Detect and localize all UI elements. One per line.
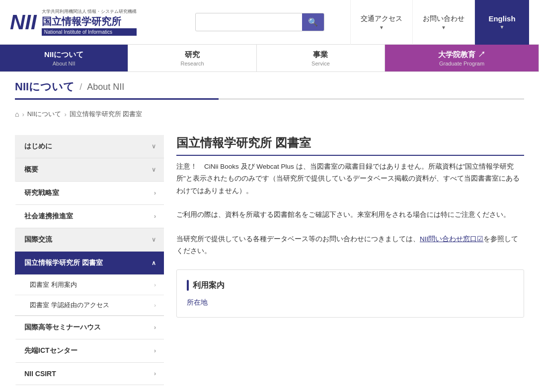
search-box: 🔍 [195,13,324,31]
sidebar-sub-riyouannai[interactable]: 図書室 利用案内 › [15,275,164,295]
nav-service-jp: 事業 [313,50,328,60]
contact-chevron-icon: ▼ [441,25,446,30]
sidebar-sub-riyouannai-label: 図書室 利用案内 [30,280,77,289]
logo-text: 大学共同利用機関法人 情報・システム研究機構 国立情報学研究所 National… [42,8,137,36]
nav-graduate-jp: 大学院教育 ↗ [438,50,485,60]
content-title: 国立情報学研究所 図書室 [176,135,524,156]
sidebar-sub-chevron-0: › [154,282,156,288]
sidebar-item-gaiyou[interactable]: 概要 ∨ [15,158,164,182]
breadcrumb-section: NIIについて / About NII ⌂ › NIIについて › 国立情報学研… [0,72,539,125]
home-icon[interactable]: ⌂ [15,110,19,118]
sidebar-chevron-7: › [154,347,156,354]
sidebar-item-hajimeni-label: はじめに [24,142,52,151]
sidebar-item-kokusai[interactable]: 国際交流 ∨ [15,228,164,252]
contact-label: お問い合わせ [423,14,464,23]
content-body: 注意！ CiNii Books 及び Webcat Plus は、当図書室の蔵書… [176,161,524,257]
logo-name-en: National Institute of Informatics [42,28,137,36]
nav-right: 交通アクセス ▼ お問い合わせ ▼ English ▼ [350,0,529,45]
nav-research-en: Research [181,61,204,66]
sidebar-sub-chevron-1: › [154,302,156,308]
sidebar-chevron-6: › [154,324,156,331]
page-title-row: NIIについて / About NII [15,79,524,94]
sidebar-chevron-5: ∧ [152,260,156,266]
page-title-sep: / [79,82,82,92]
nav-service-en: Service [311,61,330,66]
info-box-title: 利用案内 [187,280,514,291]
nii-logo: NII [10,12,37,33]
nav-research-jp: 研究 [185,50,200,60]
main-nav: NIIについて About NII 研究 Research 事業 Service… [0,45,539,72]
content-area: はじめに ∨ 概要 ∨ 研究戦略室 › 社会連携推進室 › 国際交流 ∨ 国立情… [0,125,539,392]
content-para-2: ご利用の際は、資料を所蔵する図書館名をご確認下さい。来室利用をされる場合には特に… [176,209,524,221]
nav-about-nii-jp: NIIについて [44,50,83,60]
nav-about-nii-en: About NII [53,61,76,66]
sidebar-item-seminar[interactable]: 国際高等セミナーハウス › [15,316,164,339]
sidebar-chevron-1: ∨ [152,166,156,173]
sidebar-sub-items: 図書室 利用案内 › 図書室 学認経由のアクセス › [15,275,164,316]
title-underline [15,98,524,100]
sidebar-item-csirt[interactable]: NII CSIRT › [15,363,164,385]
location-label[interactable]: 所在地 [187,298,208,306]
info-box: 利用案内 所在地 [176,269,524,318]
sidebar-item-shakai[interactable]: 社会連携推進室 › [15,205,164,228]
breadcrumb-link-1[interactable]: NIIについて [27,110,62,119]
sidebar-sub-access-label: 図書室 学認経由のアクセス [30,301,109,310]
breadcrumb-sep-1: › [22,111,24,118]
sidebar: はじめに ∨ 概要 ∨ 研究戦略室 › 社会連携推進室 › 国際交流 ∨ 国立情… [15,135,164,385]
english-nav-item[interactable]: English ▼ [474,0,529,45]
contact-link[interactable]: NII問い合わせ窓口☑ [420,235,483,243]
sidebar-item-gaiyou-label: 概要 [24,165,38,174]
header: NII 大学共同利用機関法人 情報・システム研究機構 国立情報学研究所 Nati… [0,0,539,45]
main-content: 国立情報学研究所 図書室 注意！ CiNii Books 及び Webcat P… [176,135,524,385]
breadcrumb: ⌂ › NIIについて › 国立情報学研究所 図書室 [15,106,524,123]
sidebar-item-ict-label: 先端ICTセンター [24,346,77,355]
logo-org-small: 大学共同利用機関法人 情報・システム研究機構 [42,8,137,15]
info-box-content: 所在地 [187,298,514,307]
sidebar-chevron-0: ∨ [152,143,156,150]
contact-nav-item[interactable]: お問い合わせ ▼ [412,0,474,45]
nav-graduate[interactable]: 大学院教育 ↗ Graduate Program [385,45,539,71]
sidebar-item-seminar-label: 国際高等セミナーハウス [24,323,101,332]
sidebar-item-toshokan[interactable]: 国立情報学研究所 図書室 ∧ [15,252,164,275]
info-box-title-label: 利用案内 [193,280,225,291]
english-label: English [488,14,515,23]
sidebar-item-kenkyusenryaku[interactable]: 研究戦略室 › [15,182,164,205]
access-label: 交通アクセス [361,14,402,23]
sidebar-item-hajimeni[interactable]: はじめに ∨ [15,135,164,158]
search-button[interactable]: 🔍 [302,13,324,31]
content-para-1: 注意！ CiNii Books 及び Webcat Plus は、当図書室の蔵書… [176,161,524,197]
logo-area: NII 大学共同利用機関法人 情報・システム研究機構 国立情報学研究所 Nati… [10,8,169,36]
nav-about-nii[interactable]: NIIについて About NII [0,45,128,71]
sidebar-chevron-3: › [154,213,156,220]
breadcrumb-sep-2: › [64,111,66,118]
access-chevron-icon: ▼ [379,25,384,30]
nav-graduate-en: Graduate Program [439,61,484,66]
info-box-title-bar [187,280,189,291]
logo-name-jp: 国立情報学研究所 [42,15,137,28]
sidebar-chevron-8: › [154,370,156,377]
breadcrumb-current: 国立情報学研究所 図書室 [70,110,143,119]
content-para-3: 当研究所で提供している各種データベース等のお問い合わせにつきましては、NII問い… [176,233,524,258]
access-nav-item[interactable]: 交通アクセス ▼ [350,0,412,45]
sidebar-item-toshokan-label: 国立情報学研究所 図書室 [24,259,103,267]
sidebar-chevron-4: ∨ [152,236,156,243]
sidebar-sub-access[interactable]: 図書室 学認経由のアクセス › [15,295,164,316]
sidebar-item-shakai-label: 社会連携推進室 [24,212,73,221]
nav-research[interactable]: 研究 Research [128,45,256,71]
page-title-jp: NIIについて [15,79,75,94]
search-input[interactable] [196,14,302,30]
sidebar-item-csirt-label: NII CSIRT [24,370,56,378]
search-area: 🔍 [169,13,350,31]
sidebar-item-ict[interactable]: 先端ICTセンター › [15,339,164,363]
page-title-en: About NII [87,82,124,92]
sidebar-item-kokusai-label: 国際交流 [24,235,52,244]
nav-service[interactable]: 事業 Service [257,45,385,71]
english-chevron-icon: ▼ [500,24,505,30]
sidebar-chevron-2: › [154,190,156,196]
sidebar-item-kenkyusenryaku-label: 研究戦略室 [24,189,59,197]
